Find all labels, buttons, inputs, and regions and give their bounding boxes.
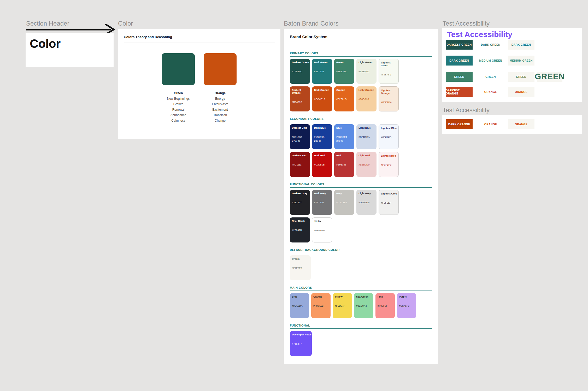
- swatch-card-lightest-orange[interactable]: Lightest Orange#F8E9DA: [379, 86, 399, 111]
- swatch-card-lightest-grey[interactable]: Lightest Grey#F0F0EF: [379, 190, 399, 215]
- swatch-label: Green: [162, 91, 195, 95]
- swatch-row: Darkest Red#8C1111Dark Red#C20B0BRed#B93…: [290, 152, 432, 177]
- swatch-card-pink[interactable]: Pink#F98F8F: [375, 293, 395, 318]
- swatch-hex: #232327: [292, 201, 310, 204]
- swatch-trait: New Beginnings: [162, 97, 195, 100]
- swatch-pantone: 286 C: [314, 139, 332, 142]
- accessibility-swatch-button[interactable]: DARKEST ORANGE: [446, 87, 473, 97]
- divider: [290, 46, 432, 46]
- divider: [124, 43, 275, 43]
- section-title: PRIMARY COLORS: [290, 52, 432, 57]
- accessibility-label-plain: MEDIUM GREEN: [476, 56, 505, 66]
- swatch-card-light-grey[interactable]: Light Grey#D9D9D9: [356, 190, 377, 215]
- swatch-card-near-black[interactable]: Near Black#20242B: [290, 217, 310, 242]
- swatch-card-dark-orange[interactable]: Dark Orange#CC4D10: [312, 86, 332, 111]
- swatch-card-blue[interactable]: Blue#95A9DA: [290, 293, 309, 318]
- swatch-hex: #CC4D10: [314, 98, 332, 100]
- accessibility-swatch-button[interactable]: DARK ORANGE: [446, 119, 473, 129]
- swatch-card-light-blue[interactable]: Light Blue#CFD9EA: [356, 124, 377, 149]
- swatch-card-darkest-green[interactable]: Darkest Green#1F524C: [290, 59, 310, 84]
- swatch-trait: Enthusiasm: [204, 102, 237, 106]
- swatch-card-orange[interactable]: Orange#E2661C: [334, 86, 354, 111]
- swatch-hex: #8ED9A4: [356, 304, 373, 307]
- swatch-card-dark-grey[interactable]: Dark Grey#747476: [312, 190, 332, 215]
- swatch-hex: #CFD9EA: [358, 135, 377, 138]
- swatch-name: Lightest Orange: [381, 89, 398, 94]
- accessibility-swatch-button[interactable]: DARK GREEN: [446, 56, 473, 66]
- swatch-card-red[interactable]: Red#B93333: [334, 152, 354, 177]
- swatch-card-dark-green[interactable]: Dark Green#21797B: [312, 59, 332, 84]
- test-accessibility-frame-1: Test Accessibility DARKEST GREENDARK GRE…: [442, 28, 582, 102]
- swatch-card-dark-blue[interactable]: Dark Blue#163D9B286 C: [312, 124, 332, 149]
- swatch-name: Darkest Red: [292, 154, 310, 157]
- section-header-card[interactable]: Color: [26, 33, 114, 67]
- swatch-card-grey[interactable]: Grey#C4C3BE: [334, 190, 354, 215]
- swatch-name: Orange: [313, 295, 331, 298]
- swatch-card-darkest-orange[interactable]: Darkest Orange#B5461C: [290, 86, 310, 111]
- swatch-card-lightest-red[interactable]: Lightest Red#FCF2F3: [379, 152, 399, 177]
- accessibility-label-boxed: ORANGE: [508, 119, 534, 129]
- swatch-row: Darkest Green#1F524CDark Green#21797BGre…: [290, 59, 432, 84]
- swatch-row: Cream#F7F5F0: [290, 255, 432, 280]
- color-theory-swatch-green[interactable]: [162, 53, 195, 85]
- swatch-hex: #20242B: [292, 229, 310, 232]
- swatch-hex: #F89A62: [313, 304, 331, 307]
- swatch-name: White: [314, 220, 332, 223]
- frame-label-test-accessibility-1[interactable]: Test Accessibility: [443, 20, 490, 27]
- swatch-card-light-red[interactable]: Light Red#EED0D0: [356, 152, 377, 177]
- accessibility-label-plain: ORANGE: [476, 119, 505, 129]
- accessibility-label-plain: GREEN: [476, 72, 505, 82]
- swatch-name: Lightest Blue: [381, 127, 398, 129]
- swatch-card-darkest-blue[interactable]: Darkest Blue#0E1B502767 C: [290, 124, 310, 149]
- baton-brand-colors-frame: Brand Color System PRIMARY COLORSDarkest…: [284, 29, 438, 364]
- swatch-card-blue[interactable]: Blue#5C8CE4279 C: [334, 124, 354, 149]
- swatch-hex: #EED0D0: [358, 163, 377, 166]
- swatch-card-green[interactable]: Green#3E836A: [334, 59, 354, 84]
- frame-label-color[interactable]: Color: [118, 20, 133, 27]
- swatch-name: Darkest Orange: [292, 88, 310, 94]
- swatch-trait: Renewal: [162, 108, 195, 111]
- swatch-card-sea-green[interactable]: Sea Green#8ED9A4: [354, 293, 373, 318]
- swatch-card-developer-notes[interactable]: Developer Notes#7152F7: [290, 331, 312, 356]
- section-header-title: Color: [30, 37, 114, 51]
- swatch-card-darkest-red[interactable]: Darkest Red#8C1111: [290, 152, 310, 177]
- swatch-row: Near Black#20242BWhite#FFFFFF: [290, 217, 432, 242]
- swatch-hex: #8C1111: [292, 163, 310, 166]
- swatch-card-darkest-grey[interactable]: Darkest Grey#232327: [290, 190, 310, 215]
- accessibility-swatch-button[interactable]: GREEN: [446, 72, 473, 82]
- swatch-card-light-green[interactable]: Light Green#EBEFE2: [356, 59, 377, 84]
- swatch-card-orange[interactable]: Orange#F89A62: [311, 293, 331, 318]
- swatch-card-lightest-blue[interactable]: Lightest Blue#F3F7FD: [379, 124, 399, 149]
- swatch-card-cream[interactable]: Cream#F7F5F0: [290, 255, 311, 280]
- swatch-card-lightest-green[interactable]: Lightest Green#F7FAF2: [379, 59, 399, 84]
- accessibility-label-boxed: DARK GREEN: [508, 40, 534, 50]
- swatch-card-yellow[interactable]: Yellow#F5D84F: [333, 293, 352, 318]
- swatch-trait: Transition: [204, 113, 237, 117]
- swatch-card-white[interactable]: White#FFFFFF: [312, 217, 332, 242]
- accessibility-label-boxed: GREEN: [508, 72, 534, 82]
- frame-label-baton-brand-colors[interactable]: Baton Brand Colors: [284, 20, 338, 27]
- swatch-hex: #3E836A: [336, 70, 354, 73]
- swatch-hex: #F5D84F: [335, 304, 352, 307]
- swatch-hex: #F3F7FD: [381, 136, 398, 139]
- swatch-trait: Growth: [162, 102, 195, 106]
- swatch-card-light-orange[interactable]: Light Orange#F6D0A0: [356, 86, 377, 111]
- swatch-card-purple[interactable]: Purple#C8A5F3: [397, 293, 416, 318]
- accessibility-swatch-button[interactable]: DARKEST GREEN: [446, 40, 473, 50]
- swatch-hex: #C8A5F3: [399, 304, 416, 307]
- frame-label-test-accessibility-2[interactable]: Test Accessibility: [443, 106, 490, 114]
- swatch-name: Dark Blue: [314, 126, 332, 129]
- accessibility-row: GREENGREENGREENGREEN: [442, 72, 582, 82]
- swatch-card-dark-red[interactable]: Dark Red#C20B0B: [312, 152, 332, 177]
- color-frame-heading: Colors Theory and Reasoning: [124, 35, 280, 39]
- swatch-hex: #EBEFE2: [358, 70, 377, 73]
- swatch-pantone: 279 C: [336, 139, 354, 142]
- color-theory-column-orange: OrangeEnergyEnthusiasmExcitementTransiti…: [204, 53, 237, 122]
- swatch-trait: Energy: [204, 97, 237, 100]
- swatch-row: Darkest Orange#B5461CDark Orange#CC4D10O…: [290, 86, 432, 111]
- color-theory-swatch-orange[interactable]: [204, 53, 237, 85]
- swatch-name: Grey: [336, 192, 354, 195]
- accessibility-row: DARK GREENMEDIUM GREENMEDIUM GREEN: [442, 56, 582, 66]
- swatch-hex: #5C8CE4: [336, 135, 354, 138]
- swatch-row: Developer Notes#7152F7: [290, 331, 432, 356]
